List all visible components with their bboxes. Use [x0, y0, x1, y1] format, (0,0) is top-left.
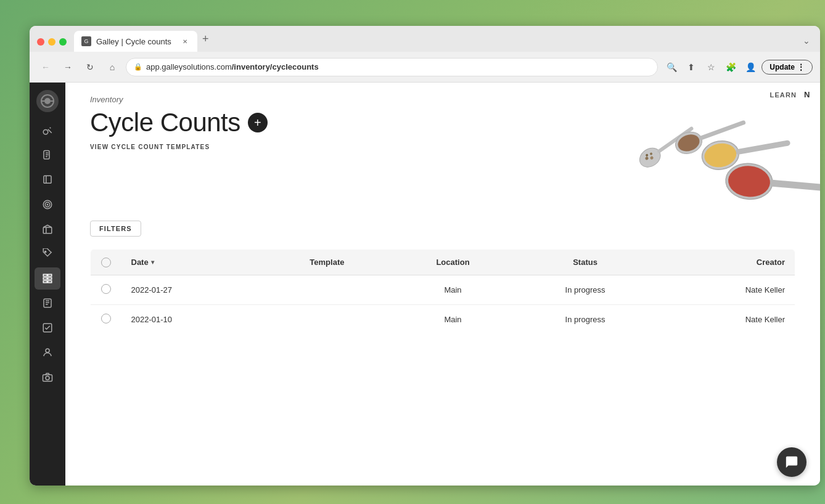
svg-rect-32	[735, 140, 790, 155]
tab-bar: G Galley | Cycle counts ✕ + ⌄	[30, 26, 820, 52]
sidebar-item-package[interactable]	[35, 218, 60, 240]
main-content: LEARN N	[65, 83, 820, 486]
update-chevron-icon: ⋮	[797, 63, 805, 71]
row-template	[263, 275, 390, 304]
row-checkbox-cell	[91, 275, 121, 304]
table-row[interactable]: 2022-01-27 Main In progress Nate Keller	[91, 275, 795, 304]
share-icon-btn[interactable]: ⬆	[683, 59, 700, 76]
svg-rect-9	[43, 227, 52, 234]
bookmark-icon-btn[interactable]: ☆	[702, 59, 720, 76]
tab-favicon: G	[81, 36, 91, 46]
add-cycle-count-button[interactable]: +	[248, 113, 268, 132]
svg-rect-16	[48, 281, 52, 283]
svg-point-19	[46, 349, 49, 352]
spoon-decoration	[604, 83, 820, 206]
svg-point-8	[47, 204, 48, 205]
home-button[interactable]: ⌂	[104, 59, 121, 76]
profile-icon-btn[interactable]: 👤	[742, 59, 759, 76]
tab-title: Galley | Cycle counts	[96, 37, 175, 46]
cycle-counts-table: Date ▾ Template Location Status Creator	[90, 249, 795, 335]
chat-bubble-button[interactable]	[777, 447, 807, 477]
svg-rect-35	[768, 179, 820, 192]
row-date: 2022-01-27	[121, 275, 264, 304]
app-layout: LEARN N	[30, 83, 820, 486]
update-button[interactable]: Update ⋮	[761, 60, 813, 75]
row-checkbox-cell	[91, 304, 121, 334]
svg-point-10	[45, 251, 46, 253]
sidebar	[30, 83, 65, 486]
row-date: 2022-01-10	[121, 304, 264, 334]
filters-section: FILTERS	[65, 221, 820, 237]
back-button[interactable]: ←	[37, 59, 54, 76]
sidebar-item-book[interactable]	[35, 169, 60, 191]
svg-point-1	[44, 98, 51, 104]
table-header-template: Template	[263, 250, 390, 275]
reload-button[interactable]: ↻	[81, 59, 99, 76]
svg-point-21	[46, 376, 49, 380]
active-tab[interactable]: G Galley | Cycle counts ✕	[74, 31, 197, 52]
svg-rect-13	[43, 281, 47, 283]
row-location: Main	[391, 275, 515, 304]
svg-rect-11	[43, 274, 47, 276]
address-bar: ← → ↻ ⌂ 🔒 app.galleysolutions.com/invent…	[30, 52, 820, 83]
svg-rect-14	[48, 274, 52, 276]
toolbar-icons: 🔍 ⬆ ☆ 🧩 👤 Update ⋮	[663, 59, 813, 76]
table-body: 2022-01-27 Main In progress Nate Keller …	[91, 275, 795, 334]
sidebar-item-tag[interactable]	[35, 243, 60, 265]
row-status: In progress	[515, 304, 655, 334]
table-section: Date ▾ Template Location Status Creator	[65, 237, 820, 347]
table-header-location: Location	[391, 250, 515, 275]
svg-rect-15	[48, 278, 52, 280]
table-header-date[interactable]: Date ▾	[121, 250, 264, 275]
table-header-creator: Creator	[655, 250, 795, 275]
lock-icon: 🔒	[134, 63, 142, 71]
svg-point-22	[636, 144, 664, 171]
url-input[interactable]: 🔒 app.galleysolutions.com/inventory/cycl…	[126, 58, 658, 76]
tab-chevron-icon[interactable]: ⌄	[798, 36, 815, 52]
row-location: Main	[391, 304, 515, 334]
table-row[interactable]: 2022-01-10 Main In progress Nate Keller	[91, 304, 795, 334]
sidebar-item-reports[interactable]	[35, 317, 60, 339]
sidebar-item-recipe[interactable]	[35, 292, 60, 314]
minimize-window-dot[interactable]	[48, 38, 55, 46]
svg-point-4	[43, 130, 48, 135]
row-status: In progress	[515, 275, 655, 304]
extensions-icon-btn[interactable]: 🧩	[722, 59, 739, 76]
filters-button[interactable]: FILTERS	[90, 221, 141, 237]
sidebar-item-document[interactable]	[35, 144, 60, 166]
forward-button[interactable]: →	[59, 59, 76, 76]
sidebar-logo	[36, 90, 59, 112]
table-header-checkbox	[91, 250, 121, 275]
table-header-status: Status	[515, 250, 655, 275]
row-creator: Nate Keller	[655, 275, 795, 304]
browser-window: G Galley | Cycle counts ✕ + ⌄ ← → ↻ ⌂ 🔒 …	[30, 26, 820, 486]
row-creator: Nate Keller	[655, 304, 795, 334]
sidebar-item-inventory[interactable]	[35, 267, 60, 290]
sidebar-item-target[interactable]	[35, 193, 60, 216]
row-template	[263, 304, 390, 334]
templates-link[interactable]: VIEW CYCLE COUNT TEMPLATES	[90, 144, 210, 150]
url-text: app.galleysolutions.com/inventory/cyclec…	[146, 62, 319, 71]
new-tab-button[interactable]: +	[197, 33, 214, 52]
close-window-dot[interactable]	[37, 38, 44, 46]
sidebar-item-users[interactable]	[35, 341, 60, 364]
date-sort-icon[interactable]: ▾	[151, 259, 154, 266]
svg-rect-12	[43, 278, 47, 280]
tab-close-button[interactable]: ✕	[180, 36, 190, 46]
svg-rect-29	[699, 120, 747, 141]
sidebar-item-camera[interactable]	[35, 366, 60, 388]
fullscreen-window-dot[interactable]	[59, 38, 67, 46]
table-header: Date ▾ Template Location Status Creator	[91, 250, 795, 275]
page-title: Cycle Counts	[90, 108, 240, 137]
window-controls	[35, 38, 74, 52]
page-header: LEARN N	[65, 83, 820, 206]
search-icon-btn[interactable]: 🔍	[663, 59, 680, 76]
sidebar-item-key[interactable]	[35, 120, 60, 142]
